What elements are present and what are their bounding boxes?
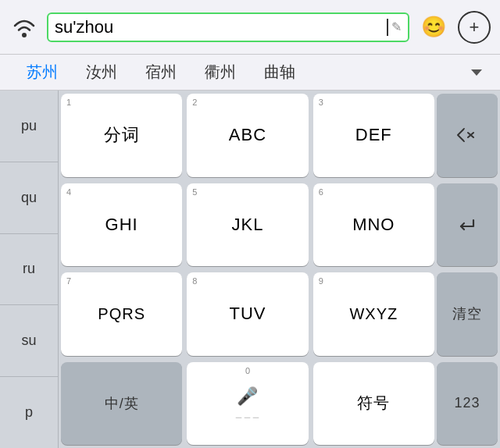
key-mno[interactable]: 6 MNO	[313, 183, 434, 267]
sidebar-item-su[interactable]: su	[0, 305, 58, 377]
edit-icon: ✎	[391, 20, 402, 34]
key-symbol[interactable]: 符号	[313, 362, 434, 446]
key-row-2: 4 GHI 5 JKL 6 MNO	[59, 180, 500, 270]
key-row-3: 7 PQRS 8 TUV 9 WXYZ 清空	[59, 269, 500, 359]
space-underline: ＿＿＿	[234, 408, 260, 420]
top-bar: su'zhou ✎ 😊 +	[0, 0, 500, 55]
suggestion-item-2[interactable]: 宿州	[131, 55, 191, 90]
backspace-key[interactable]	[437, 94, 498, 177]
search-value: su'zhou	[55, 17, 387, 37]
search-input[interactable]: su'zhou ✎	[47, 12, 409, 42]
clear-key[interactable]: 清空	[437, 272, 498, 356]
key-row-1: 1 分词 2 ABC 3 DEF	[59, 91, 500, 180]
suggestion-item-4[interactable]: 曲轴	[250, 55, 309, 90]
key-wxyz[interactable]: 9 WXYZ	[313, 272, 434, 356]
suggestion-bar: 苏州 汝州 宿州 衢州 曲轴	[0, 55, 500, 91]
key-space[interactable]: 0 🎤 ＿＿＿	[187, 362, 308, 446]
return-key[interactable]	[437, 183, 498, 267]
cursor	[387, 19, 388, 36]
emoji-button[interactable]: 😊	[417, 11, 450, 44]
key-def[interactable]: 3 DEF	[313, 94, 434, 177]
key-row-4: 中/英 0 🎤 ＿＿＿ 符号 123	[59, 359, 500, 449]
key-fensi[interactable]: 1 分词	[61, 94, 182, 177]
sidebar-item-pu[interactable]: pu	[0, 91, 58, 162]
sidebar-item-ru[interactable]: ru	[0, 234, 58, 306]
keyboard-main: 1 分词 2 ABC 3 DEF	[59, 91, 500, 448]
plus-icon: +	[470, 17, 480, 37]
sidebar-item-p[interactable]: p	[0, 377, 58, 448]
sidebar-item-qu[interactable]: qu	[0, 162, 58, 234]
key-cn-en[interactable]: 中/英	[61, 362, 182, 446]
key-ghi[interactable]: 4 GHI	[61, 183, 182, 267]
suggestion-item-3[interactable]: 衢州	[191, 55, 250, 90]
key-pqrs[interactable]: 7 PQRS	[61, 272, 182, 356]
mic-icon: 🎤	[237, 386, 258, 407]
suggestion-expand-icon[interactable]	[466, 62, 488, 84]
key-jkl[interactable]: 5 JKL	[187, 183, 308, 267]
keyboard: pu qu ru su p 1 分词 2 ABC 3	[0, 91, 500, 448]
suggestion-item-1[interactable]: 汝州	[72, 55, 131, 90]
plus-button[interactable]: +	[458, 11, 491, 44]
key-tuv[interactable]: 8 TUV	[187, 272, 308, 356]
svg-point-0	[22, 33, 27, 37]
left-sidebar: pu qu ru su p	[0, 91, 59, 448]
num-key[interactable]: 123	[437, 362, 498, 446]
key-abc[interactable]: 2 ABC	[187, 94, 308, 177]
emoji-icon: 😊	[421, 15, 446, 39]
suggestion-item-0[interactable]: 苏州	[12, 55, 72, 90]
svg-marker-1	[471, 69, 482, 76]
wifi-icon	[9, 12, 39, 42]
